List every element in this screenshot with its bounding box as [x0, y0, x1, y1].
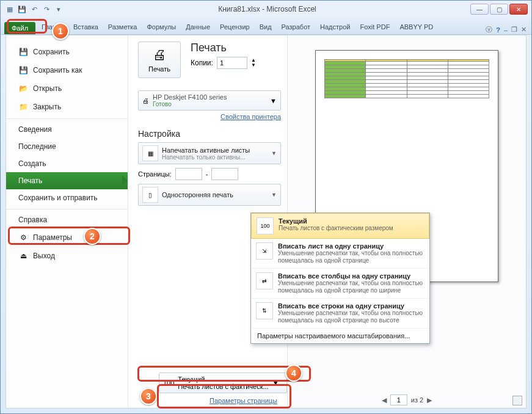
page-total: из 2 — [411, 396, 423, 404]
undo-icon[interactable]: ↶ — [29, 4, 40, 15]
print-what-title: Напечатать активные листы — [162, 147, 268, 154]
nav-save-as-label: Сохранить как — [33, 66, 82, 74]
print-what-selector[interactable]: ▦ Напечатать активные листы Напечатать т… — [138, 142, 281, 164]
sides-selector[interactable]: ▯ Односторонняя печать ▼ — [138, 184, 281, 206]
close-icon: 📁 — [18, 102, 28, 112]
sheets-icon: ▦ — [142, 145, 158, 161]
prev-page-button[interactable]: ◀ — [382, 396, 387, 404]
fit-columns-icon: ⇄ — [256, 272, 273, 289]
nav-new-label: Создать — [18, 159, 46, 168]
pages-label: Страницы: — [138, 170, 172, 178]
tab-file[interactable]: Файл — [4, 22, 35, 34]
printer-selector[interactable]: 🖨 HP Deskjet F4100 series Готово ▼ — [138, 90, 281, 111]
page-setup-link[interactable]: Параметры страницы — [210, 397, 277, 404]
callout-1: 1 — [52, 23, 69, 40]
backstage-main: 🖨 Печать Печать Копии: ▲▼ 🖨 — [128, 35, 526, 408]
next-page-button[interactable]: ▶ — [427, 396, 432, 404]
scaling-icon: 100 — [163, 379, 174, 387]
copies-label: Копии: — [191, 59, 213, 67]
options-icon: ⚙ — [18, 233, 28, 242]
maximize-button[interactable]: ▢ — [490, 4, 508, 15]
print-what-desc: Напечатать только активны... — [162, 154, 268, 161]
redo-icon[interactable]: ↷ — [41, 4, 52, 15]
print-button[interactable]: 🖨 Печать — [138, 42, 181, 78]
exit-icon: ⏏ — [18, 251, 28, 261]
save-as-icon: 💾 — [18, 65, 28, 75]
nav-options-label: Параметры — [33, 233, 72, 242]
scaling-custom-link[interactable]: Параметры настраиваемого масштабирования… — [251, 329, 429, 343]
tab-formulas[interactable]: Формулы — [142, 21, 181, 34]
tab-foxit[interactable]: Foxit PDF — [355, 21, 395, 34]
nav-help-label: Справка — [18, 216, 47, 224]
tab-insert[interactable]: Вставка — [68, 21, 103, 34]
nav-new[interactable]: Создать — [6, 155, 128, 172]
scaling-option-fit-sheet[interactable]: ⇲ Вписать лист на одну страницуУменьшени… — [251, 239, 429, 269]
nav-share-label: Сохранить и отправить — [18, 194, 98, 202]
scaling-option-current[interactable]: 100 ТекущийПечать листов с фактическим р… — [251, 213, 429, 239]
sides-title: Односторонняя печать — [162, 191, 268, 198]
fit-rows-icon: ⇅ — [256, 302, 273, 319]
nav-print[interactable]: Печать — [6, 172, 128, 189]
tab-layout[interactable]: Разметка — [103, 21, 142, 34]
scaling-selector[interactable]: 100 Текущий Печать листов с фактическ...… — [159, 372, 287, 393]
tab-developer[interactable]: Разработ — [277, 21, 315, 34]
copies-spinner-icon[interactable]: ▲▼ — [251, 58, 256, 68]
tab-view[interactable]: Вид — [255, 21, 277, 34]
printer-status-icon: 🖨 — [142, 97, 149, 104]
qat-more-icon[interactable]: ▾ — [53, 4, 64, 15]
ribbon-minimize-icon[interactable]: ⓥ — [486, 25, 492, 34]
pages-range: Страницы: - — [138, 168, 281, 180]
workbook-minimize-icon[interactable]: – — [504, 26, 508, 34]
tab-data[interactable]: Данные — [181, 21, 215, 34]
nav-save[interactable]: 💾Сохранить — [6, 43, 128, 61]
nav-print-label: Печать — [18, 176, 42, 185]
opt-desc: Уменьшение распечатки так, чтобы она пол… — [278, 250, 425, 264]
zoom-to-page-button[interactable] — [512, 396, 522, 405]
opt-desc: Уменьшение распечатки так, чтобы она пол… — [278, 310, 425, 324]
nav-help[interactable]: Справка — [6, 209, 128, 228]
tab-review[interactable]: Рецензир — [215, 21, 255, 34]
nav-close[interactable]: 📁Закрыть — [6, 98, 128, 116]
close-button[interactable]: ✕ — [509, 4, 528, 15]
preview-table — [324, 59, 489, 98]
opt-title: Текущий — [279, 217, 393, 225]
scaling-desc: Печать листов с фактическ... — [178, 383, 268, 390]
titlebar: ▦ 💾 ↶ ↷ ▾ Книга81.xlsx - Microsoft Excel… — [1, 1, 531, 18]
help-icon[interactable]: ? — [496, 26, 500, 34]
page-number-input[interactable] — [390, 394, 407, 405]
minimize-button[interactable]: — — [470, 4, 489, 15]
window-title: Книга81.xlsx - Microsoft Excel — [64, 5, 470, 13]
save-icon[interactable]: 💾 — [16, 4, 27, 15]
pages-to-input[interactable] — [211, 168, 238, 180]
tab-addins[interactable]: Надстрой — [315, 21, 355, 34]
workbook-restore-icon[interactable]: ❐ — [511, 26, 517, 34]
backstage: 💾Сохранить 💾Сохранить как 📂Открыть 📁Закр… — [5, 35, 527, 409]
workbook-close-icon[interactable]: ✕ — [521, 26, 527, 34]
tab-abbyy[interactable]: ABBYY PD — [395, 21, 438, 34]
nav-recent[interactable]: Последние — [6, 138, 128, 155]
copies-input[interactable] — [217, 57, 247, 69]
pages-from-input[interactable] — [175, 168, 202, 180]
callout-2: 2 — [84, 228, 101, 245]
nav-share[interactable]: Сохранить и отправить — [6, 189, 128, 206]
nav-close-label: Закрыть — [33, 103, 61, 111]
callout-4: 4 — [285, 365, 302, 382]
nav-open-label: Открыть — [33, 84, 62, 93]
nav-save-as[interactable]: 💾Сохранить как — [6, 61, 128, 79]
scaling-option-fit-columns[interactable]: ⇄ Вписать все столбцы на одну страницуУм… — [251, 269, 429, 299]
scaling-dropdown: 100 ТекущийПечать листов с фактическим р… — [250, 212, 430, 344]
chevron-down-icon: ▼ — [272, 379, 279, 387]
nav-recent-label: Последние — [18, 142, 56, 151]
nav-info[interactable]: Сведения — [6, 118, 128, 138]
opt-title: Вписать все столбцы на одну страницу — [278, 272, 425, 280]
scaling-option-fit-rows[interactable]: ⇅ Вписать все строки на одну страницуУме… — [251, 299, 429, 329]
opt-title: Вписать все строки на одну страницу — [278, 302, 425, 310]
nav-open[interactable]: 📂Открыть — [6, 79, 128, 98]
printer-name: HP Deskjet F4100 series — [153, 93, 266, 101]
fit-sheet-icon: ⇲ — [256, 242, 273, 260]
nav-options[interactable]: ⚙Параметры — [6, 228, 128, 247]
page-navigator: ◀ из 2 ▶ — [382, 394, 432, 405]
nav-exit[interactable]: ⏏Выход — [6, 247, 128, 265]
printer-properties-link[interactable]: Свойства принтера — [138, 113, 281, 120]
print-heading: Печать — [191, 42, 256, 54]
